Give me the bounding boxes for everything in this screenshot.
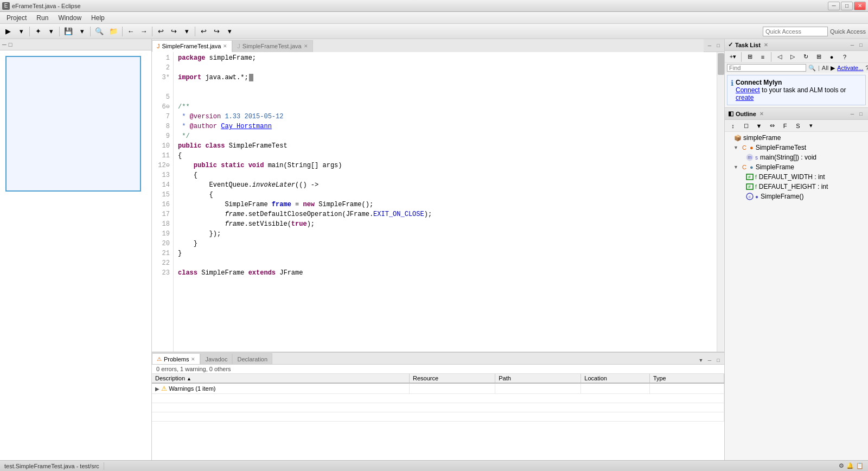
undo-btn[interactable]: ↩ (197, 26, 209, 37)
task-next-btn[interactable]: ▷ (787, 51, 799, 63)
package-explorer-maximize[interactable]: □ (9, 41, 12, 48)
run-dropdown[interactable]: ▾ (15, 26, 27, 37)
status-icon-1[interactable]: ⚙ (839, 462, 844, 469)
outline-item-package[interactable]: 📦 simpleFrame (725, 133, 868, 143)
task-list-icon: ✓ (728, 41, 733, 48)
open-resource-btn[interactable]: 📁 (107, 26, 120, 37)
tab-close-2[interactable]: ✕ (304, 43, 308, 49)
status-icon-2[interactable]: 🔔 (846, 462, 854, 469)
forward-btn[interactable]: ↪ (168, 26, 180, 37)
java-file-icon: J (157, 43, 160, 49)
task-help-btn[interactable]: ? (839, 51, 851, 63)
task-list-maximize[interactable]: □ (857, 41, 865, 49)
outline-sort-btn[interactable]: ↕ (727, 120, 739, 132)
outline-filter-btn[interactable]: ▼ (753, 120, 765, 132)
maximize-button[interactable]: □ (841, 2, 853, 10)
code-editor[interactable]: 1 2 3* 5 6⊖ 7 8 9 10 11 12⊖ 13 14 (152, 52, 724, 352)
next-edit-btn[interactable]: → (138, 26, 150, 37)
prev-edit-btn[interactable]: ← (125, 26, 137, 37)
outline-item-class-2[interactable]: ▼ C ● SimpleFrame (725, 162, 868, 172)
ctor-label: SimpleFrame() (761, 193, 803, 200)
tab-declaration[interactable]: Declaration (232, 353, 272, 364)
menu-window[interactable]: Window (54, 13, 86, 23)
close-button[interactable]: ✕ (854, 2, 866, 10)
col-type[interactable]: Type (649, 374, 724, 383)
problems-filter-btn[interactable]: ▼ (697, 357, 705, 364)
back-btn[interactable]: ↩ (155, 26, 167, 37)
task-help-icon[interactable]: ? (865, 65, 868, 71)
outline-field-btn[interactable]: F (779, 120, 791, 132)
save-button[interactable]: 💾 (62, 26, 75, 37)
task-all-label[interactable]: All (822, 65, 828, 71)
menu-project[interactable]: Project (2, 13, 31, 23)
run-button[interactable]: ▶ (2, 26, 14, 37)
fwd-dropdown[interactable]: ▾ (181, 26, 193, 37)
outline-hide-btn[interactable]: ◻ (740, 120, 752, 132)
outline-item-method-main[interactable]: m s main(String[]) : void (725, 152, 868, 162)
outline-item-class-1[interactable]: ▼ C ● SimpleFrameTest (725, 143, 868, 152)
class1-label: SimpleFrameTest (756, 144, 806, 151)
package-explorer-content (5, 56, 141, 192)
problems-minimize-btn[interactable]: ─ (706, 357, 713, 364)
outline-more-btn[interactable]: ▾ (805, 120, 817, 132)
warnings-location (581, 383, 650, 394)
editor-scrollbar[interactable] (717, 52, 724, 352)
tab-javadoc[interactable]: Javadoc (200, 353, 232, 364)
warning-icon: ⚠ (161, 385, 167, 392)
minimize-button[interactable]: ─ (828, 2, 840, 10)
warnings-expand-btn[interactable]: ▶ (155, 386, 159, 392)
tab-simplframetest-1[interactable]: J SimpleFrameTest.java ✕ (152, 40, 232, 52)
outline-item-constructor[interactable]: c ● SimpleFrame() (725, 192, 868, 201)
outline-item-field-width[interactable]: F f DEFAULT_WIDTH : int (725, 172, 868, 182)
tab-simplframetest-2[interactable]: J SimpleFrameTest.java ✕ (232, 40, 312, 52)
outline-link-btn[interactable]: ⇔ (766, 120, 778, 132)
warnings-type (649, 383, 724, 394)
new-dropdown[interactable]: ▾ (45, 26, 57, 37)
menu-run[interactable]: Run (32, 13, 53, 23)
col-path[interactable]: Path (495, 374, 581, 383)
col-location[interactable]: Location (581, 374, 650, 383)
task-search-icon[interactable]: 🔍 (808, 65, 816, 72)
status-icon-3[interactable]: 📋 (856, 462, 864, 469)
save-dropdown[interactable]: ▾ (76, 26, 88, 37)
code-content[interactable]: package simpleFrame; import java.awt.*; … (174, 52, 717, 352)
outline-static-btn[interactable]: S (792, 120, 804, 132)
task-sep-1 (741, 52, 742, 62)
col-description[interactable]: Description ▲ (152, 374, 410, 383)
javadoc-tab-label: Javadoc (205, 356, 227, 362)
open-type-btn[interactable]: 🔍 (93, 26, 106, 37)
redo-dropdown[interactable]: ▾ (224, 26, 235, 37)
task-find-input[interactable] (727, 64, 806, 72)
task-add-btn[interactable]: +▾ (727, 51, 739, 63)
tab-close-1[interactable]: ✕ (223, 43, 227, 49)
menu-help[interactable]: Help (87, 13, 109, 23)
task-mark-btn[interactable]: ● (826, 51, 838, 63)
outline-close-indicator: ✕ (760, 111, 764, 117)
tab-problems[interactable]: ⚠ Problems ✕ (152, 353, 200, 364)
window-controls[interactable]: ─ □ ✕ (828, 2, 866, 10)
new-button[interactable]: ✦ (32, 26, 44, 37)
redo-btn[interactable]: ↪ (210, 26, 222, 37)
task-activate-link[interactable]: Activate... (837, 65, 863, 71)
editor-minimize-btn[interactable]: ─ (706, 42, 713, 49)
mylyn-connect-link[interactable]: Connect (736, 86, 760, 94)
task-filter-btn[interactable]: ⊞ (744, 51, 756, 63)
outline-item-field-height[interactable]: F f DEFAULT_HEIGHT : int (725, 182, 868, 192)
declaration-tab-label: Declaration (237, 356, 267, 362)
problems-table-container[interactable]: Description ▲ Resource Path Location Typ… (152, 374, 724, 460)
task-refresh-btn[interactable]: ↻ (800, 51, 812, 63)
task-categorize-btn[interactable]: ≡ (757, 51, 769, 63)
task-prev-btn[interactable]: ◁ (774, 51, 786, 63)
outline-maximize[interactable]: □ (857, 110, 865, 118)
main-label: main(String[]) : void (760, 154, 816, 161)
problems-maximize-btn[interactable]: □ (714, 357, 722, 364)
task-expand-btn[interactable]: ⊞ (813, 51, 825, 63)
toolbar-sep-3 (90, 27, 91, 36)
task-list-minimize[interactable]: ─ (848, 41, 856, 49)
col-resource[interactable]: Resource (410, 374, 495, 383)
quick-access-input[interactable] (763, 27, 828, 36)
editor-maximize-btn[interactable]: □ (714, 42, 722, 49)
mylyn-create-link[interactable]: create (736, 94, 754, 101)
package-explorer-minimize[interactable]: ─ (2, 41, 7, 48)
outline-minimize[interactable]: ─ (848, 110, 856, 118)
